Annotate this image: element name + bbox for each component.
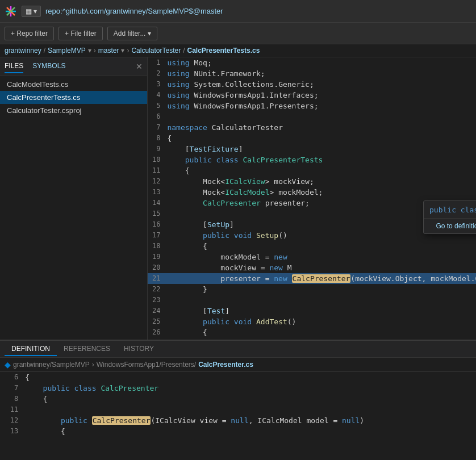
repo-filter-button[interactable]: + Repo filter	[5, 27, 54, 40]
table-row: 4using WindowsFormsApp1.Interfaces;	[148, 90, 476, 101]
table-row: 3using System.Collections.Generic;	[148, 79, 476, 90]
grid-dropdown-icon: ▾	[34, 7, 37, 15]
table-row: 8 {	[0, 394, 476, 404]
grid-button[interactable]: ▦ ▾	[22, 6, 41, 17]
table-row: 27 mockView.SetupGet(x => x.Value1).Retu…	[148, 338, 476, 340]
table-row: 23	[148, 295, 476, 306]
table-row: 13 Mock<ICalcModel> mockModel;	[148, 187, 476, 198]
table-row: 13 {	[0, 426, 476, 437]
table-row: 22 }	[148, 284, 476, 295]
bottom-path-mid: WindowsFormsApp1/Presenters/	[97, 361, 196, 369]
table-row: 7namespace CalculatorTester	[148, 122, 476, 133]
bottom-tabs: DEFINITIONREFERENCESHISTORY	[0, 341, 476, 358]
main-area: FILES SYMBOLS ✕ CalcModelTests.csCalcPre…	[0, 57, 476, 340]
sidebar-tabs: FILES SYMBOLS ✕	[0, 57, 147, 76]
breadcrumb: grantwinney / SampleMVP ▾ › master ▾ › C…	[0, 44, 476, 57]
bottom-content: ◆ grantwinney/SampleMVP › WindowsFormsAp…	[0, 358, 476, 459]
bottom-tab-history[interactable]: HISTORY	[117, 342, 161, 356]
filterbar: + Repo filter + File filter Add filter..…	[0, 23, 476, 44]
code-table: 1using Moq;2using NUnit.Framework;3using…	[148, 57, 476, 340]
bottom-path: ◆ grantwinney/SampleMVP › WindowsFormsAp…	[0, 358, 476, 372]
table-row: 5using WindowsFormsApp1.Presenters;	[148, 101, 476, 111]
logo	[5, 5, 17, 18]
grid-icon: ▦	[26, 7, 32, 15]
table-row: 9 [TestFixture]	[148, 144, 476, 154]
code-area: 1using Moq;2using NUnit.Framework;3using…	[148, 57, 476, 340]
breadcrumb-repo[interactable]: SampleMVP	[48, 47, 86, 55]
table-row: 12 Mock<ICalcView> mockView;	[148, 176, 476, 187]
breadcrumb-chevron2: ▾	[121, 47, 124, 55]
bottom-code-table: 6{7 public class CalcPresenter8 {1112 pu…	[0, 372, 476, 437]
breadcrumb-sep4: /	[183, 47, 185, 55]
popup-header: public class CalcPresenter ℹ	[424, 201, 476, 219]
table-row: 26 {	[148, 327, 476, 338]
sidebar-file-item[interactable]: CalcPresenterTests.cs	[0, 91, 147, 104]
bottom-code[interactable]: 6{7 public class CalcPresenter8 {1112 pu…	[0, 372, 476, 459]
popup-buttons: Go to definition Find references	[424, 219, 476, 233]
popup-header-text: public class CalcPresenter	[429, 206, 476, 214]
tab-files[interactable]: FILES	[5, 60, 23, 73]
table-row: 25 public void AddTest()	[148, 316, 476, 327]
table-row: 6{	[0, 372, 476, 383]
breadcrumb-branch[interactable]: master	[98, 47, 119, 55]
goto-definition-button[interactable]: Go to definition	[424, 219, 476, 233]
sidebar-file-list: CalcModelTests.csCalcPresenterTests.csCa…	[0, 76, 147, 340]
close-sidebar-button[interactable]: ✕	[136, 62, 143, 71]
table-row: 20 mockView = new M	[148, 262, 476, 273]
table-row: 11 {	[148, 165, 476, 176]
breadcrumb-folder[interactable]: CalculatorTester	[131, 47, 181, 55]
table-row: 21 presenter = new CalcPresenter(mockVie…	[148, 273, 476, 284]
bottom-path-prefix: grantwinney/SampleMVP	[13, 361, 90, 369]
breadcrumb-sep2: ›	[94, 47, 96, 55]
table-row: 2using NUnit.Framework;	[148, 68, 476, 79]
add-filter-dropdown[interactable]: Add filter... ▾	[107, 27, 158, 40]
add-filter-label: Add filter...	[114, 30, 146, 37]
table-row: 6	[148, 111, 476, 122]
table-row: 19 mockModel = new	[148, 252, 476, 262]
breadcrumb-sep3: ›	[127, 47, 129, 55]
context-popup: public class CalcPresenter ℹ Go to defin…	[423, 200, 476, 234]
repo-path: repo:^github\.com/grantwinney/SampleMVP$…	[45, 7, 223, 15]
breadcrumb-file: CalcPresenterTests.cs	[187, 47, 260, 55]
table-row: 1using Moq;	[148, 57, 476, 68]
sidebar: FILES SYMBOLS ✕ CalcModelTests.csCalcPre…	[0, 57, 148, 340]
sidebar-file-item[interactable]: CalculatorTester.csproj	[0, 104, 147, 117]
bottom-path-file: CalcPresenter.cs	[198, 361, 253, 369]
table-row: 18 {	[148, 241, 476, 252]
bottom-tab-definition[interactable]: DEFINITION	[5, 342, 57, 356]
add-filter-arrow-icon: ▾	[148, 30, 151, 37]
breadcrumb-user[interactable]: grantwinney	[5, 47, 41, 55]
path-icon: ◆	[5, 360, 11, 369]
table-row: 11	[0, 404, 476, 415]
table-row: 7 public class CalcPresenter	[0, 383, 476, 394]
sidebar-file-item[interactable]: CalcModelTests.cs	[0, 78, 147, 91]
table-row: 12 public CalcPresenter(ICalcView view =…	[0, 415, 476, 426]
table-row: 10 public class CalcPresenterTests	[148, 154, 476, 165]
breadcrumb-chevron1: ▾	[88, 47, 91, 55]
bottom-tab-references[interactable]: REFERENCES	[57, 342, 117, 356]
code-scroll[interactable]: 1using Moq;2using NUnit.Framework;3using…	[148, 57, 476, 340]
table-row: 8{	[148, 133, 476, 144]
table-row: 24 [Test]	[148, 306, 476, 316]
tab-symbols[interactable]: SYMBOLS	[32, 60, 65, 73]
bottom-path-sep: ›	[92, 361, 94, 369]
bottom-panel: DEFINITIONREFERENCESHISTORY ◆ grantwinne…	[0, 340, 476, 459]
topbar: ▦ ▾ repo:^github\.com/grantwinney/Sample…	[0, 0, 476, 23]
file-filter-button[interactable]: + File filter	[59, 27, 103, 40]
breadcrumb-sep1: /	[44, 47, 45, 55]
